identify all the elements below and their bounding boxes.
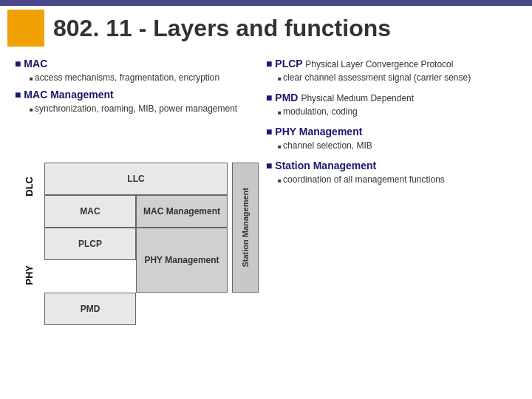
left-content: MAC access mechanisms, fragmentation, en… — [15, 58, 244, 120]
mac-mgmt-box: MAC Management — [136, 195, 228, 228]
pmd-box: PMD — [44, 293, 136, 325]
pmd-section: PMD Physical Medium Dependent modulation… — [266, 92, 521, 117]
llc-box: LLC — [44, 163, 228, 195]
mac-management-bullet1: synchronization, roaming, MIB, power man… — [30, 103, 244, 114]
mac-box: MAC — [44, 195, 136, 228]
plcp-bullet: clear channel assessment signal (carrier… — [278, 72, 521, 83]
llc-row: LLC — [44, 163, 228, 195]
page-title: 802. 11 - Layers and functions — [53, 15, 391, 42]
plcp-header: PLCP Physical Layer Convergence Protocol — [266, 58, 521, 69]
pmd-row: PMD — [44, 293, 228, 325]
mac-section: MAC access mechanisms, fragmentation, en… — [15, 58, 244, 83]
pmd-header: PMD Physical Medium Dependent — [266, 92, 521, 103]
layer-labels: DLC PHY — [15, 163, 43, 325]
mac-label: MAC — [15, 58, 244, 69]
mac-management-section: MAC Management synchronization, roaming,… — [15, 89, 244, 114]
title-section: 802. 11 - Layers and functions — [0, 6, 532, 50]
dlc-label: DLC — [15, 170, 43, 202]
station-mgmt-box: Station Management — [232, 163, 259, 293]
layer-diagram: DLC PHY LLC MAC MAC Management PLCP PHY … — [15, 163, 259, 325]
phy-mgmt-header: PHY Management — [266, 126, 521, 137]
phy-mgmt-section: PHY Management channel selection, MIB — [266, 126, 521, 151]
phy-label: PHY — [15, 228, 43, 322]
mac-management-label: MAC Management — [15, 89, 244, 100]
station-mgmt-header: Station Management — [266, 160, 521, 171]
plcp-row: PLCP PHY Management — [44, 228, 228, 293]
phy-mgmt-bullet: channel selection, MIB — [278, 140, 521, 151]
diagram-boxes: LLC MAC MAC Management PLCP PHY Manageme… — [44, 163, 228, 293]
phy-mgmt-box: PHY Management — [136, 228, 228, 293]
plcp-box: PLCP — [44, 228, 136, 260]
right-content: PLCP Physical Layer Convergence Protocol… — [266, 58, 521, 194]
station-mgmt-bullet: coordination of all management functions — [278, 174, 521, 185]
mac-row: MAC MAC Management — [44, 195, 228, 228]
mac-bullet1: access mechanisms, fragmentation, encryp… — [30, 72, 244, 83]
title-accent — [7, 10, 44, 47]
station-mgmt-section: Station Management coordination of all m… — [266, 160, 521, 185]
pmd-bullet: modulation, coding — [278, 106, 521, 117]
plcp-section: PLCP Physical Layer Convergence Protocol… — [266, 58, 521, 83]
top-bar — [0, 0, 532, 6]
